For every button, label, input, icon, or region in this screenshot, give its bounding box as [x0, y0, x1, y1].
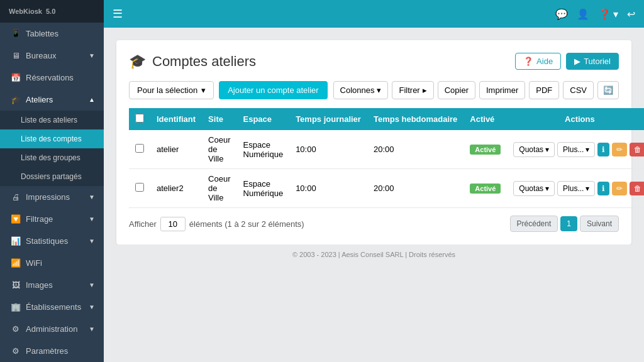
play-icon: ▶ — [574, 57, 580, 66]
caret-plus1: ▾ — [586, 145, 589, 154]
sidebar-label-etablissements: Établissements — [26, 302, 81, 312]
caret-icon-col: ▾ — [377, 85, 381, 95]
sidebar-item-administration[interactable]: ⚙ Administration ▼ — [0, 318, 104, 340]
caret-quotas1: ▾ — [545, 145, 549, 154]
sidebar-item-etablissements[interactable]: 🏢 Établissements ▼ — [0, 296, 104, 318]
reservations-icon: 📅 — [11, 73, 21, 82]
row1-delete-button[interactable]: 🗑 — [630, 143, 644, 156]
active-badge-2: Activé — [470, 184, 501, 194]
sidebar-item-dossiers-partages[interactable]: Dossiers partagés — [0, 167, 104, 186]
accounts-table: Identifiant Site Espace Temps journalier… — [129, 108, 644, 208]
row2-plus-button[interactable]: Plus... ▾ — [557, 181, 595, 196]
hamburger-button[interactable]: ☰ — [113, 7, 123, 21]
sidebar-item-filtrage[interactable]: 🔽 Filtrage ▼ — [0, 208, 104, 230]
logout-icon[interactable]: ↩ — [627, 8, 635, 20]
select-all-checkbox[interactable] — [135, 114, 144, 123]
col-identifiant: Identifiant — [150, 108, 202, 130]
afficher-row: Afficher éléments (1 à 2 sur 2 éléments) — [129, 217, 304, 231]
sidebar-item-ateliers[interactable]: 🎓 Ateliers ▲ — [0, 89, 104, 111]
row2-delete-button[interactable]: 🗑 — [630, 182, 644, 195]
page-1-button[interactable]: 1 — [560, 216, 577, 231]
row1-actions-cell: Quotas ▾ Plus... ▾ ℹ ✏ 🗑 — [513, 142, 644, 157]
sidebar-label-dossiers-partages: Dossiers partagés — [21, 172, 82, 181]
impressions-icon: 🖨 — [11, 192, 21, 202]
row2-check — [129, 169, 150, 208]
row1-temps-journalier: 10:00 — [289, 130, 367, 169]
row1-actions: Quotas ▾ Plus... ▾ ℹ ✏ 🗑 — [507, 130, 644, 169]
sidebar-item-liste-groupes[interactable]: Liste des groupes — [0, 148, 104, 167]
statistiques-icon: 📊 — [11, 236, 21, 246]
chevron-down-icon-etab: ▼ — [89, 304, 95, 310]
sidebar-item-liste-comptes[interactable]: Liste des comptes — [0, 129, 104, 148]
sidebar-label-tablettes: Tablettes — [26, 29, 58, 38]
sidebar-item-images[interactable]: 🖼 Images ▼ — [0, 274, 104, 296]
row1-quotas-button[interactable]: Quotas ▾ — [513, 142, 555, 157]
prev-button[interactable]: Précédent — [510, 216, 558, 232]
row2-info-button[interactable]: ℹ — [597, 182, 609, 195]
col-temps-journalier: Temps journalier — [289, 108, 367, 130]
csv-button[interactable]: CSV — [563, 81, 594, 99]
row1-edit-button[interactable]: ✏ — [612, 143, 627, 156]
user-icon[interactable]: 👤 — [577, 8, 589, 20]
help-icon[interactable]: ❓ ▾ — [598, 8, 618, 20]
sidebar-label-wifi: WiFi — [26, 258, 42, 268]
etablissements-icon: 🏢 — [11, 302, 21, 312]
table-row: atelier2 Coeur de Ville Espace Numérique… — [129, 169, 644, 208]
sidebar-item-wifi[interactable]: 📶 WiFi — [0, 252, 104, 274]
administration-icon: ⚙ — [11, 324, 21, 334]
sidebar-item-liste-ateliers[interactable]: Liste des ateliers — [0, 111, 104, 129]
chat-icon[interactable]: 💬 — [555, 8, 568, 20]
row2-quotas-button[interactable]: Quotas ▾ — [513, 181, 555, 196]
toolbar-right: Colonnes ▾ Filtrer ▸ Copier Imprimer PDF… — [333, 81, 619, 99]
imprimer-button[interactable]: Imprimer — [479, 81, 525, 99]
pdf-button[interactable]: PDF — [529, 81, 559, 99]
add-account-button[interactable]: Ajouter un compte atelier — [219, 81, 328, 99]
sidebar-label-statistiques: Statistiques — [26, 236, 68, 246]
chevron-down-icon: ▼ — [89, 52, 95, 59]
chevron-down-icon-imp: ▼ — [89, 194, 95, 200]
sidebar-label-reservations: Réservations — [26, 73, 74, 82]
sidebar-label-images: Images — [26, 280, 53, 290]
sidebar-label-parametres: Paramètres — [26, 346, 68, 356]
per-page-input[interactable] — [160, 217, 186, 231]
col-actions: Actions — [507, 108, 644, 130]
row1-info-button[interactable]: ℹ — [597, 143, 609, 156]
next-button[interactable]: Suivant — [580, 216, 619, 232]
row2-edit-button[interactable]: ✏ — [612, 182, 627, 195]
chevron-down-icon-adm: ▼ — [89, 326, 95, 332]
sidebar-item-tablettes[interactable]: 📱 Tablettes — [0, 23, 104, 45]
page-title: 🎓 Comptes ateliers — [129, 53, 256, 70]
row1-espace: Espace Numérique — [237, 130, 290, 169]
aide-button[interactable]: ❓ Aide — [515, 53, 561, 70]
row2-identifiant: atelier2 — [150, 169, 202, 208]
sidebar-item-impressions[interactable]: 🖨 Impressions ▼ — [0, 186, 104, 208]
sidebar-item-bureaux[interactable]: 🖥 Bureaux ▼ — [0, 45, 104, 67]
sidebar-label-ateliers: Ateliers — [26, 95, 53, 104]
caret-plus2: ▾ — [586, 184, 589, 193]
page-footer: © 2003 - 2023 | Aesis Conseil SARL | Dro… — [116, 244, 631, 265]
col-temps-hebdo: Temps hebdomadaire — [367, 108, 464, 130]
app-name: WebKiosk — [9, 8, 42, 15]
ateliers-icon: 🎓 — [11, 95, 21, 104]
row1-plus-button[interactable]: Plus... ▾ — [557, 142, 595, 157]
chevron-down-icon-fil: ▼ — [89, 216, 95, 222]
sidebar-label-liste-comptes: Liste des comptes — [21, 134, 82, 143]
toolbar: Pour la sélection ▾ Ajouter un compte at… — [129, 81, 619, 99]
tutoriel-button[interactable]: ▶ Tutoriel — [566, 53, 619, 70]
filtrage-icon: 🔽 — [11, 214, 21, 224]
refresh-button[interactable]: 🔄 — [597, 81, 619, 99]
filtrer-button[interactable]: Filtrer ▸ — [392, 81, 433, 99]
row2-checkbox[interactable] — [135, 183, 144, 192]
pagination-info: éléments (1 à 2 sur 2 éléments) — [189, 219, 304, 229]
row2-actions: Quotas ▾ Plus... ▾ ℹ ✏ 🗑 — [507, 169, 644, 208]
colonnes-button[interactable]: Colonnes ▾ — [333, 81, 389, 99]
sidebar-item-reservations[interactable]: 📅 Réservations — [0, 67, 104, 89]
sidebar-item-statistiques[interactable]: 📊 Statistiques ▼ — [0, 230, 104, 252]
row1-checkbox[interactable] — [135, 144, 144, 153]
row2-temps-journalier: 10:00 — [289, 169, 367, 208]
copier-button[interactable]: Copier — [438, 81, 475, 99]
selection-button[interactable]: Pour la sélection ▾ — [129, 81, 214, 99]
sidebar-item-parametres[interactable]: ⚙ Paramètres — [0, 340, 104, 362]
sidebar-label-liste-groupes: Liste des groupes — [21, 153, 80, 162]
topbar-icons: 💬 👤 ❓ ▾ ↩ — [555, 8, 635, 20]
